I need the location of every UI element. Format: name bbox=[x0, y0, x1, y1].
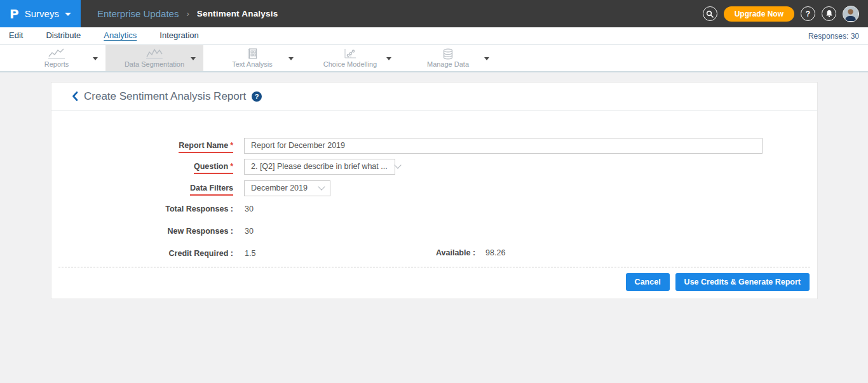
report-form: Report Name* Question* 2. [Q2] Please de… bbox=[51, 111, 817, 299]
tab-integration[interactable]: Integration bbox=[159, 30, 198, 41]
page-title: Create Sentiment Analysis Report bbox=[84, 90, 246, 103]
surveys-product-menu[interactable]: P Surveys bbox=[0, 0, 81, 27]
available-credits: Available : 98.26 bbox=[436, 248, 505, 257]
caret-down-icon bbox=[386, 57, 391, 60]
questionpro-logo: P bbox=[10, 8, 19, 20]
new-responses-label: New Responses : bbox=[51, 227, 233, 236]
total-responses-label: Total Responses : bbox=[51, 205, 233, 213]
total-responses-row: Total Responses : 30 bbox=[51, 204, 810, 214]
caret-down-icon bbox=[484, 57, 489, 60]
breadcrumb-survey-name[interactable]: Enterprise Updates bbox=[97, 8, 179, 19]
available-value: 98.26 bbox=[485, 248, 505, 257]
new-responses-value: 30 bbox=[245, 227, 254, 236]
question-mark-icon: ? bbox=[255, 93, 259, 100]
cancel-button[interactable]: Cancel bbox=[626, 273, 670, 291]
notifications-button[interactable] bbox=[822, 6, 836, 21]
upgrade-now-button[interactable]: Upgrade Now bbox=[724, 6, 794, 22]
breadcrumb-current-page: Sentiment Analysis bbox=[197, 9, 278, 18]
tab-distribute[interactable]: Distribute bbox=[46, 30, 81, 41]
survey-nav-bar: Edit Distribute Analytics Integration Re… bbox=[0, 27, 868, 45]
bell-icon bbox=[825, 10, 833, 18]
responses-count[interactable]: Responses: 30 bbox=[808, 32, 859, 41]
total-responses-value: 30 bbox=[245, 205, 254, 213]
chevron-down-icon bbox=[318, 183, 325, 190]
caret-down-icon bbox=[65, 13, 71, 16]
top-header: P Surveys Enterprise Updates › Sentiment… bbox=[0, 0, 868, 27]
new-responses-row: New Responses : 30 bbox=[51, 226, 810, 236]
data-filters-select[interactable]: December 2019 bbox=[244, 180, 330, 196]
report-name-input[interactable] bbox=[244, 138, 763, 154]
help-button[interactable]: ? bbox=[801, 6, 815, 21]
document-grid-icon bbox=[247, 48, 258, 59]
breadcrumb: Enterprise Updates › Sentiment Analysis bbox=[97, 8, 278, 19]
toolbar-item-label: Text Analysis bbox=[232, 60, 273, 68]
data-filters-label: Data Filters bbox=[51, 184, 233, 192]
toolbar-item-label: Choice Modelling bbox=[323, 60, 377, 68]
title-help-button[interactable]: ? bbox=[252, 91, 262, 102]
data-filters-selected-value: December 2019 bbox=[251, 184, 308, 192]
question-selected-value: 2. [Q2] Please describe in brief what ..… bbox=[251, 162, 388, 171]
header-actions: Upgrade Now ? bbox=[703, 6, 868, 22]
dotted-chart-icon bbox=[343, 48, 357, 59]
toolbar-item-label: Reports bbox=[44, 60, 69, 68]
avatar-photo bbox=[843, 6, 858, 21]
credit-required-row: Credit Required : 1.5 Available : 98.26 bbox=[51, 248, 810, 259]
panel-title-bar: Create Sentiment Analysis Report ? bbox=[51, 83, 817, 111]
line-chart-icon bbox=[48, 48, 65, 59]
toolbar-item-data-segmentation[interactable]: Data Segmentation bbox=[105, 45, 203, 71]
breadcrumb-separator: › bbox=[186, 9, 189, 18]
tab-analytics[interactable]: Analytics bbox=[104, 30, 137, 41]
available-label: Available : bbox=[436, 248, 475, 257]
sentiment-report-panel: Create Sentiment Analysis Report ? Repor… bbox=[51, 82, 818, 299]
chevron-down-icon bbox=[394, 161, 401, 168]
caret-down-icon bbox=[93, 57, 98, 60]
segmentation-chart-icon bbox=[146, 48, 163, 59]
search-icon bbox=[706, 10, 714, 18]
chevron-left-icon bbox=[72, 91, 78, 101]
database-icon bbox=[442, 48, 454, 59]
caret-down-icon bbox=[191, 57, 196, 60]
required-asterisk: * bbox=[230, 162, 233, 171]
tab-edit[interactable]: Edit bbox=[9, 30, 23, 41]
required-asterisk: * bbox=[230, 141, 233, 150]
toolbar-item-reports[interactable]: Reports bbox=[8, 45, 105, 71]
credit-required-label: Credit Required : bbox=[51, 249, 233, 258]
product-name: Surveys bbox=[25, 8, 59, 19]
report-name-row: Report Name* bbox=[51, 137, 810, 154]
use-credits-generate-report-button[interactable]: Use Credits & Generate Report bbox=[675, 273, 810, 291]
analytics-toolbar: Reports Data Segmentation Text Analysis … bbox=[0, 45, 868, 72]
data-filters-row: Data Filters December 2019 bbox=[51, 180, 810, 196]
question-select[interactable]: 2. [Q2] Please describe in brief what ..… bbox=[244, 159, 395, 175]
question-row: Question* 2. [Q2] Please describe in bri… bbox=[51, 158, 810, 175]
toolbar-item-manage-data[interactable]: Manage Data bbox=[399, 45, 497, 71]
credit-required-value: 1.5 bbox=[245, 249, 255, 258]
user-avatar[interactable] bbox=[843, 6, 859, 22]
report-name-label: Report Name* bbox=[51, 141, 233, 150]
dashed-divider bbox=[58, 267, 810, 267]
back-button[interactable] bbox=[72, 91, 78, 101]
toolbar-item-label: Manage Data bbox=[427, 60, 469, 68]
form-actions: Cancel Use Credits & Generate Report bbox=[58, 273, 810, 291]
toolbar-item-label: Data Segmentation bbox=[125, 60, 184, 68]
toolbar-item-text-analysis[interactable]: Text Analysis bbox=[203, 45, 301, 71]
question-mark-icon: ? bbox=[806, 10, 810, 18]
caret-down-icon bbox=[288, 57, 294, 60]
search-button[interactable] bbox=[703, 6, 717, 21]
toolbar-item-choice-modelling[interactable]: Choice Modelling bbox=[301, 45, 399, 71]
question-label: Question* bbox=[51, 162, 233, 171]
